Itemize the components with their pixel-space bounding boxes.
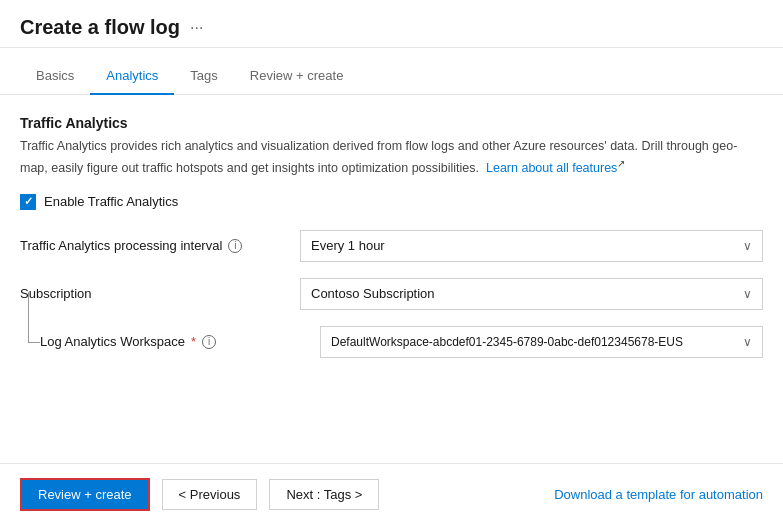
tab-analytics[interactable]: Analytics	[90, 58, 174, 95]
external-link-icon: ↗	[617, 158, 625, 169]
footer: Review + create < Previous Next : Tags >…	[0, 463, 783, 525]
download-template-link[interactable]: Download a template for automation	[554, 487, 763, 502]
main-content: Traffic Analytics Traffic Analytics prov…	[0, 95, 783, 463]
subscription-dropdown[interactable]: Contoso Subscription ∨	[300, 278, 763, 310]
enable-traffic-analytics-checkbox[interactable]: ✓	[20, 194, 36, 210]
enable-traffic-analytics-row: ✓ Enable Traffic Analytics	[20, 194, 763, 210]
workspace-label: Log Analytics Workspace * i	[40, 334, 320, 349]
tab-bar: Basics Analytics Tags Review + create	[0, 58, 783, 95]
header-menu-icon[interactable]: ···	[190, 19, 203, 37]
checkmark-icon: ✓	[24, 196, 33, 207]
processing-interval-input-area: Every 1 hour ∨	[300, 230, 763, 262]
workspace-chevron-icon: ∨	[743, 335, 752, 349]
page-header: Create a flow log ···	[0, 0, 783, 48]
enable-traffic-analytics-label: Enable Traffic Analytics	[44, 194, 178, 209]
next-tags-button[interactable]: Next : Tags >	[269, 479, 379, 510]
workspace-row: Log Analytics Workspace * i DefaultWorks…	[20, 326, 763, 358]
processing-interval-dropdown[interactable]: Every 1 hour ∨	[300, 230, 763, 262]
workspace-input-area: DefaultWorkspace-abcdef01-2345-6789-0abc…	[320, 326, 763, 358]
processing-interval-info-icon[interactable]: i	[228, 239, 242, 253]
subscription-row: Subscription Contoso Subscription ∨	[20, 278, 763, 310]
subscription-chevron-icon: ∨	[743, 287, 752, 301]
page-title: Create a flow log	[20, 16, 180, 39]
required-indicator: *	[191, 334, 196, 349]
section-title: Traffic Analytics	[20, 115, 763, 131]
tab-tags[interactable]: Tags	[174, 58, 233, 95]
tab-basics[interactable]: Basics	[20, 58, 90, 95]
workspace-info-icon[interactable]: i	[202, 335, 216, 349]
processing-interval-chevron-icon: ∨	[743, 239, 752, 253]
processing-interval-label: Traffic Analytics processing interval i	[20, 238, 300, 253]
learn-features-link[interactable]: Learn about all features	[486, 161, 617, 175]
tab-review-create[interactable]: Review + create	[234, 58, 360, 95]
subscription-label: Subscription	[20, 286, 300, 301]
processing-interval-row: Traffic Analytics processing interval i …	[20, 230, 763, 262]
workspace-dropdown[interactable]: DefaultWorkspace-abcdef01-2345-6789-0abc…	[320, 326, 763, 358]
previous-button[interactable]: < Previous	[162, 479, 258, 510]
section-description: Traffic Analytics provides rich analytic…	[20, 137, 763, 178]
review-create-button[interactable]: Review + create	[20, 478, 150, 511]
subscription-input-area: Contoso Subscription ∨	[300, 278, 763, 310]
